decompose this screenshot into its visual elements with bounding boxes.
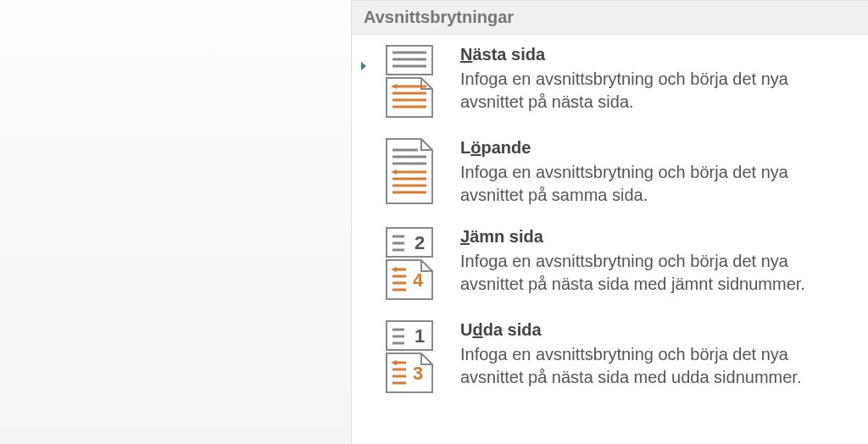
svg-text:1: 1: [415, 325, 425, 347]
continuous-icon: [370, 138, 448, 204]
next-page-icon: [370, 45, 448, 118]
selection-indicator: [357, 45, 370, 70]
even-page-icon: 2 4: [370, 227, 448, 300]
menu-item-even-page[interactable]: 2 4 Jämn sida Infoga en avsnittsbrytning…: [352, 217, 868, 310]
menu-item-description: Infoga en avsnittsbrytning och börja det…: [460, 250, 843, 296]
menu-item-continuous[interactable]: Löpande Infoga en avsnittsbrytning och b…: [352, 128, 868, 217]
menu-item-description: Infoga en avsnittsbrytning och börja det…: [460, 68, 843, 114]
document-background: [0, 0, 351, 444]
right-arrow-icon: [361, 62, 366, 70]
menu-item-odd-page[interactable]: 1 3 Udda sida Infoga en avsnittsbrytning…: [352, 310, 868, 403]
menu-item-title: Löpande: [460, 138, 843, 158]
menu-item-title: Jämn sida: [460, 227, 843, 247]
menu-item-description: Infoga en avsnittsbrytning och börja det…: [460, 343, 843, 389]
section-breaks-menu: Avsnittsbrytningar: [351, 0, 868, 444]
svg-text:2: 2: [415, 232, 425, 253]
menu-item-title: Nästa sida: [460, 45, 843, 64]
section-header: Avsnittsbrytningar: [352, 0, 868, 35]
menu-item-next-page[interactable]: Nästa sida Infoga en avsnittsbrytning oc…: [352, 35, 868, 128]
menu-item-description: Infoga en avsnittsbrytning och börja det…: [460, 161, 843, 207]
svg-text:3: 3: [413, 363, 423, 384]
odd-page-icon: 1 3: [370, 320, 448, 393]
svg-text:4: 4: [413, 269, 424, 291]
menu-item-title: Udda sida: [460, 320, 843, 340]
